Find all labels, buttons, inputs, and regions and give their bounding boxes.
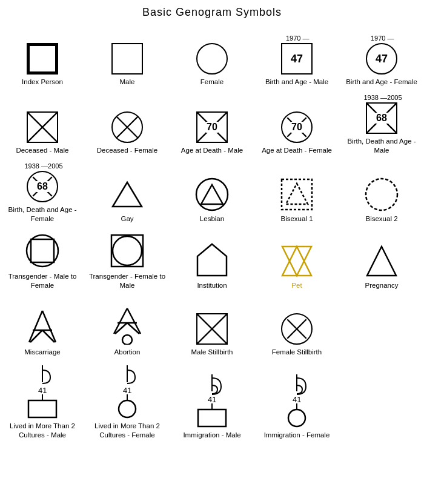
cell-pregnancy: Pregnancy <box>339 226 424 293</box>
cell-transgender-ftm: Transgender - Female to Male <box>85 226 170 293</box>
cell-immigration-male: 41 Immigration - Male <box>170 359 254 442</box>
cell-female: Female <box>170 22 254 89</box>
symbols-grid: Index Person Male Female 1970 — 47 Birth… <box>0 22 424 442</box>
male-stillbirth-symbol <box>196 313 228 345</box>
deceased-male-x <box>28 113 57 142</box>
male-label: Male <box>120 78 135 87</box>
birth-death-age-female-year: 1938 —2005 <box>25 162 63 170</box>
svg-rect-52 <box>198 409 226 426</box>
deceased-male-symbol <box>27 111 58 143</box>
institution-symbol <box>195 242 229 278</box>
birth-death-age-female-num: 68 <box>36 181 48 192</box>
cell-lived-cultures-female: 41 Lived in More Than 2 Cultures - Femal… <box>85 359 170 442</box>
bisexual1-symbol <box>280 177 314 211</box>
immigration-male-symbol: 41 <box>191 373 233 428</box>
transgender-ftm-label: Transgender - Female to Male <box>87 272 167 290</box>
svg-rect-44 <box>28 400 56 417</box>
bisexual2-symbol <box>365 177 399 211</box>
female-label: Female <box>200 78 224 87</box>
birth-age-female-num: 47 <box>376 53 388 65</box>
index-person-label: Index Person <box>22 78 63 87</box>
transgender-ftm-symbol <box>109 233 145 269</box>
svg-rect-20 <box>111 235 143 267</box>
gay-label: Gay <box>121 214 133 224</box>
birth-age-male-label: Birth and Age - Male <box>265 78 328 87</box>
deceased-female-label: Deceased - Female <box>97 146 157 155</box>
lived-cultures-female-label: Lived in More Than 2 Cultures - Female <box>87 422 167 440</box>
institution-label: Institution <box>197 281 227 290</box>
svg-point-17 <box>366 179 397 210</box>
svg-marker-25 <box>367 247 396 276</box>
svg-text:41: 41 <box>293 395 301 404</box>
bisexual1-label: Bisexual 1 <box>280 214 313 224</box>
cell-bisexual1: Bisexual 1 <box>254 158 339 226</box>
miscarriage-symbol <box>24 308 61 345</box>
cell-gay: Gay <box>85 158 170 226</box>
gay-symbol <box>110 177 144 211</box>
miscarriage-label: Miscarriage <box>24 348 60 357</box>
cell-birth-death-age-male: 1938 —2005 68 Birth, Death and Age - Mal… <box>339 89 424 158</box>
lived-cultures-female-symbol: 41 <box>106 364 148 419</box>
female-symbol <box>196 43 228 75</box>
svg-marker-22 <box>197 244 227 276</box>
cell-deceased-male: Deceased - Male <box>0 89 85 158</box>
cell-miscarriage: Miscarriage <box>0 293 85 359</box>
page-title: Basic Genogram Symbols <box>0 0 424 22</box>
birth-death-age-male-year: 1938 —2005 <box>364 94 402 101</box>
cell-lesbian: Lesbian <box>170 158 254 226</box>
transgender-mtf-symbol <box>24 233 61 269</box>
cell-pet: Pet <box>254 226 339 293</box>
birth-death-age-male-num: 68 <box>376 113 388 124</box>
index-person-symbol <box>27 43 58 75</box>
pet-label: Pet <box>291 281 302 290</box>
cell-female-stillbirth: Female Stillbirth <box>254 293 339 359</box>
cell-deceased-female: Deceased - Female <box>85 89 170 158</box>
svg-text:41: 41 <box>38 386 47 395</box>
cell-age-death-female: 70 Age at Death - Female <box>254 89 339 158</box>
svg-point-48 <box>119 400 136 417</box>
age-death-female-symbol: 70 <box>281 111 313 143</box>
cell-transgender-mtf: Transgender - Male to Female <box>0 226 85 293</box>
svg-marker-12 <box>113 182 142 207</box>
immigration-female-symbol: 41 <box>276 373 318 428</box>
cell-male-stillbirth: Male Stillbirth <box>170 293 254 359</box>
deceased-female-symbol <box>111 111 143 143</box>
birth-death-age-female-label: Birth, Death and Age - Female <box>2 205 82 224</box>
svg-marker-23 <box>282 247 311 276</box>
immigration-female-label: Immigration - Female <box>264 431 330 440</box>
svg-text:41: 41 <box>123 386 131 395</box>
cell-empty-r5c5 <box>339 293 424 359</box>
cell-birth-death-age-female: 1938 —2005 68 Birth, Death and Age - Fem… <box>0 158 85 226</box>
lesbian-label: Lesbian <box>200 214 224 224</box>
svg-point-56 <box>288 409 305 426</box>
svg-line-31 <box>114 308 127 334</box>
cell-index-person: Index Person <box>0 22 85 89</box>
cell-birth-age-female: 1970 — 47 Birth and Age - Female <box>339 22 424 89</box>
lived-cultures-male-label: Lived in More Than 2 Cultures - Male <box>2 422 82 440</box>
svg-marker-16 <box>286 184 308 204</box>
age-death-male-num: 70 <box>206 122 218 133</box>
svg-marker-14 <box>201 185 223 204</box>
female-stillbirth-symbol <box>281 313 313 345</box>
svg-marker-24 <box>282 247 311 276</box>
lived-cultures-male-symbol: 41 <box>21 364 64 419</box>
birth-age-male-symbol: 47 <box>281 43 313 75</box>
age-death-male-label: Age at Death - Male <box>181 146 243 155</box>
birth-death-age-male-symbol: 68 <box>366 102 397 134</box>
birth-age-female-symbol: 47 <box>366 43 397 75</box>
birth-age-female-label: Birth and Age - Female <box>346 78 417 87</box>
cell-male: Male <box>85 22 170 89</box>
female-stillbirth-x <box>282 314 311 343</box>
birth-age-male-year: 1970 — <box>286 35 310 42</box>
cell-birth-age-male: 1970 — 47 Birth and Age - Male <box>254 22 339 89</box>
male-stillbirth-label: Male Stillbirth <box>191 348 233 357</box>
svg-text:41: 41 <box>208 395 216 404</box>
cell-immigration-female: 41 Immigration - Female <box>254 359 339 442</box>
abortion-symbol <box>109 306 145 345</box>
pregnancy-symbol <box>365 244 399 278</box>
age-death-female-num: 70 <box>291 122 303 133</box>
immigration-male-label: Immigration - Male <box>183 431 240 440</box>
male-stillbirth-x <box>197 314 227 343</box>
male-symbol <box>111 43 143 75</box>
bisexual2-label: Bisexual 2 <box>365 214 397 224</box>
